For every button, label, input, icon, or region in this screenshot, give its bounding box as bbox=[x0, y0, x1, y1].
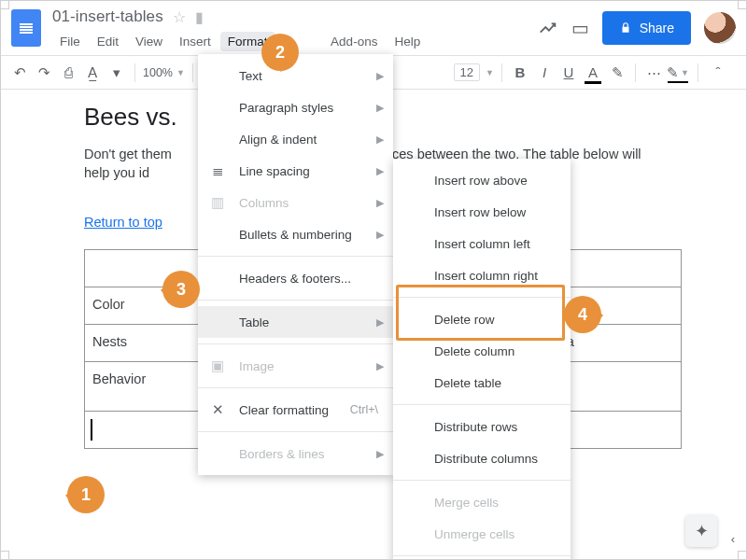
explore-button[interactable]: ✦ bbox=[685, 515, 717, 547]
submenu-arrow-icon: ▶ bbox=[376, 229, 384, 241]
table-menu-item-insert-row-above[interactable]: Insert row above bbox=[393, 164, 571, 196]
text-color-button[interactable]: A bbox=[583, 63, 603, 83]
menu-insert[interactable]: Insert bbox=[172, 32, 218, 51]
paint-format-icon[interactable]: ▾ bbox=[106, 63, 127, 83]
format-menu-item-line-spacing[interactable]: ≣Line spacing▶ bbox=[198, 155, 393, 187]
more-toolbar-icon[interactable]: ⋯ bbox=[643, 63, 664, 83]
menu-item-label: Columns bbox=[239, 196, 289, 210]
table-menu-item-distribute-columns[interactable]: Distribute columns bbox=[393, 442, 571, 474]
folder-icon[interactable]: ▮ bbox=[195, 8, 204, 26]
highlight-button[interactable]: ✎ bbox=[607, 63, 627, 83]
format-menu-item-headers-footers[interactable]: Headers & footers... bbox=[198, 262, 393, 294]
table-menu-item-delete-column[interactable]: Delete column bbox=[393, 335, 571, 367]
star-icon[interactable]: ☆ bbox=[173, 8, 186, 26]
menu-item-label: Table bbox=[239, 315, 269, 329]
menu-view[interactable]: View bbox=[128, 32, 170, 51]
menu-item-label: Distribute rows bbox=[434, 420, 517, 434]
menu-item-label: Insert row above bbox=[434, 174, 528, 188]
menu-item-icon: ≣ bbox=[209, 162, 226, 179]
submenu-arrow-icon: ▶ bbox=[376, 165, 384, 177]
menu-item-icon: ✕ bbox=[209, 401, 226, 418]
menu-help[interactable]: Help bbox=[387, 32, 428, 51]
format-menu-item-bullets-numbering[interactable]: Bullets & numbering▶ bbox=[198, 218, 393, 250]
submenu-arrow-icon: ▶ bbox=[376, 70, 384, 82]
format-menu-item-table[interactable]: Table▶ bbox=[198, 306, 393, 338]
annotation-2: 2 bbox=[261, 34, 299, 71]
redo-icon[interactable]: ↷ bbox=[34, 63, 54, 83]
editing-mode-button[interactable]: ✎▼ bbox=[668, 63, 688, 83]
menu-item-label: Insert column left bbox=[434, 237, 530, 251]
menu-item-label: Delete row bbox=[434, 313, 495, 327]
menu-item-label: Image bbox=[239, 359, 275, 373]
menu-item-label: Unmerge cells bbox=[434, 527, 514, 541]
return-to-top-link[interactable]: Return to top bbox=[84, 215, 162, 230]
table-menu-item-unmerge-cells: Unmerge cells bbox=[393, 518, 571, 550]
submenu-arrow-icon: ▶ bbox=[376, 197, 384, 209]
menu-item-label: Clear formatting bbox=[239, 403, 329, 417]
menu-edit[interactable]: Edit bbox=[90, 32, 126, 51]
menu-item-label: Merge cells bbox=[434, 496, 499, 510]
annotation-4: 4 bbox=[564, 296, 601, 333]
menu-item-label: Borders & lines bbox=[239, 447, 325, 461]
menu-shortcut: Ctrl+\ bbox=[350, 403, 378, 416]
scroll-left-icon[interactable]: ‹ bbox=[725, 530, 741, 547]
zoom-select[interactable]: 100%▼ bbox=[143, 66, 185, 79]
table-menu-item-delete-table[interactable]: Delete table bbox=[393, 367, 571, 399]
comments-icon[interactable]: ▭ bbox=[571, 17, 589, 39]
menu-item-label: Delete table bbox=[434, 376, 501, 390]
menu-item-label: Insert column right bbox=[434, 269, 538, 283]
menu-item-label: Distribute columns bbox=[434, 452, 538, 466]
menu-file[interactable]: File bbox=[52, 32, 88, 51]
spellcheck-icon[interactable]: A̲ bbox=[82, 63, 103, 83]
table-menu-item-distribute-rows[interactable]: Distribute rows bbox=[393, 411, 571, 442]
submenu-arrow-icon: ▶ bbox=[376, 133, 384, 146]
avatar[interactable] bbox=[704, 12, 736, 44]
menu-item-label: Headers & footers... bbox=[239, 272, 351, 286]
text-cursor bbox=[91, 419, 92, 441]
menubar: File Edit View Insert Format Tools Add-o… bbox=[52, 32, 428, 51]
docs-logo[interactable] bbox=[11, 9, 41, 47]
menu-item-label: Line spacing bbox=[239, 164, 310, 178]
table-menu-item-delete-row[interactable]: Delete row bbox=[393, 303, 571, 335]
submenu-arrow-icon: ▶ bbox=[376, 448, 384, 460]
format-menu-item-columns: ▥Columns▶ bbox=[198, 187, 393, 218]
bold-button[interactable]: B bbox=[510, 63, 530, 83]
menu-item-icon: ▥ bbox=[209, 194, 226, 211]
annotation-1: 1 bbox=[67, 476, 105, 513]
submenu-arrow-icon: ▶ bbox=[376, 102, 384, 114]
share-label: Share bbox=[640, 21, 674, 35]
menu-item-label: Delete column bbox=[434, 344, 514, 358]
submenu-arrow-icon: ▶ bbox=[376, 360, 384, 372]
format-menu-item-image: ▣Image▶ bbox=[198, 350, 393, 382]
menu-item-label: Text bbox=[239, 69, 262, 83]
format-menu-item-align-indent[interactable]: Align & indent▶ bbox=[198, 123, 393, 155]
format-menu-item-clear-formatting[interactable]: ✕Clear formattingCtrl+\ bbox=[198, 394, 393, 426]
menu-item-label: Insert row below bbox=[434, 205, 526, 219]
table-menu-item-insert-column-left[interactable]: Insert column left bbox=[393, 228, 571, 259]
collapse-toolbar-icon[interactable]: ˆ bbox=[708, 63, 728, 83]
format-menu-item-text[interactable]: Text▶ bbox=[198, 60, 393, 91]
share-button[interactable]: Share bbox=[602, 11, 691, 45]
table-menu-item-insert-row-below[interactable]: Insert row below bbox=[393, 196, 571, 228]
underline-button[interactable]: U bbox=[558, 63, 579, 83]
annotation-3: 3 bbox=[162, 271, 200, 308]
format-menu-item-paragraph-styles[interactable]: Paragraph styles▶ bbox=[198, 91, 393, 123]
print-icon[interactable]: ⎙ bbox=[58, 63, 78, 83]
format-menu-item-borders-lines: Borders & lines▶ bbox=[198, 438, 393, 469]
document-title[interactable]: 01-insert-tables bbox=[52, 7, 163, 26]
submenu-arrow-icon: ▶ bbox=[376, 316, 384, 329]
italic-button[interactable]: I bbox=[534, 63, 555, 83]
font-size-field[interactable]: 12▼ bbox=[454, 63, 494, 81]
format-menu[interactable]: Text▶Paragraph styles▶Align & indent▶≣Li… bbox=[198, 54, 393, 475]
activity-icon[interactable] bbox=[538, 18, 558, 38]
table-submenu[interactable]: Insert row aboveInsert row belowInsert c… bbox=[393, 159, 571, 560]
menu-item-label: Bullets & numbering bbox=[239, 228, 352, 242]
menu-item-label: Align & indent bbox=[239, 133, 317, 147]
title-and-menubar: 01-insert-tables ☆ ▮ File Edit View Inse… bbox=[0, 0, 747, 56]
undo-icon[interactable]: ↶ bbox=[9, 63, 30, 83]
table-menu-item-insert-column-right[interactable]: Insert column right bbox=[393, 259, 571, 291]
lock-icon bbox=[619, 21, 632, 35]
menu-item-label: Paragraph styles bbox=[239, 101, 333, 115]
menu-addons[interactable]: Add-ons bbox=[323, 32, 385, 51]
menu-item-icon: ▣ bbox=[209, 357, 226, 374]
